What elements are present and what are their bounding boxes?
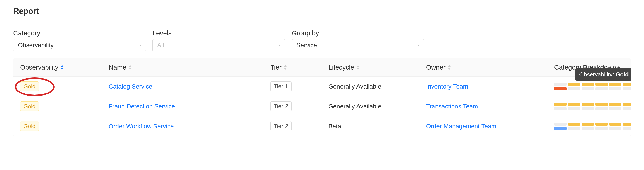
column-header-owner-text: Owner <box>426 64 446 71</box>
cell-tier: Tier 2 <box>270 121 328 131</box>
cell-name: Order Workflow Service <box>108 123 270 130</box>
breakdown-segment <box>596 123 608 126</box>
filters-row: Category Observability Levels All Group … <box>13 29 631 51</box>
breakdown-segment <box>568 87 580 90</box>
breakdown-segment-group <box>554 83 567 90</box>
breakdown-segment <box>554 127 567 130</box>
breakdown-segment <box>554 103 567 106</box>
cell-lifecycle: Generally Available <box>328 83 426 90</box>
table-header: Observability Name Tier <box>14 58 630 77</box>
filter-group-by: Group by Service <box>292 29 424 51</box>
select-group-by-value: Service <box>296 42 317 49</box>
tooltip-value: Gold <box>616 71 629 78</box>
breakdown-segment <box>596 107 608 110</box>
chevron-down-icon <box>138 43 142 47</box>
breakdown-chart[interactable] <box>554 103 630 110</box>
sort-icon <box>356 65 360 70</box>
column-header-owner[interactable]: Owner <box>426 64 554 71</box>
cell-lifecycle: Generally Available <box>328 103 426 110</box>
breakdown-segment-group <box>623 103 631 110</box>
service-link[interactable]: Catalog Service <box>108 83 152 90</box>
breakdown-segment-group <box>623 83 631 90</box>
breakdown-segment <box>596 83 608 86</box>
select-levels[interactable]: All <box>152 39 285 51</box>
divider <box>0 22 644 23</box>
service-link[interactable]: Order Workflow Service <box>108 123 174 130</box>
breakdown-segment <box>623 87 631 90</box>
page-title: Report <box>13 7 631 16</box>
column-header-level-text: Observability <box>20 64 58 71</box>
breakdown-segment-group <box>596 83 608 90</box>
breakdown-chart[interactable] <box>554 123 630 130</box>
breakdown-segment <box>609 127 622 130</box>
sort-icon <box>448 65 451 70</box>
breakdown-segment <box>554 107 567 110</box>
level-badge: Gold <box>20 101 39 111</box>
column-header-tier-text: Tier <box>270 64 282 71</box>
cell-breakdown <box>554 103 630 110</box>
table-row: GoldOrder Workflow ServiceTier 2BetaOrde… <box>14 116 630 136</box>
sort-icon <box>60 65 64 70</box>
column-header-lifecycle[interactable]: Lifecycle <box>328 64 426 71</box>
owner-link[interactable]: Inventory Team <box>426 83 468 90</box>
breakdown-segment <box>609 103 622 106</box>
cell-owner: Transactions Team <box>426 103 554 110</box>
filter-category: Category Observability <box>13 29 146 51</box>
column-header-level[interactable]: Observability <box>20 64 108 71</box>
breakdown-segment <box>582 83 594 86</box>
select-group-by[interactable]: Service <box>292 39 424 51</box>
breakdown-segment <box>623 83 631 86</box>
breakdown-segment-group <box>554 123 567 130</box>
breakdown-segment <box>582 87 594 90</box>
breakdown-segment-group <box>609 83 622 90</box>
cell-tier: Tier 1 <box>270 81 328 91</box>
owner-link[interactable]: Order Management Team <box>426 123 496 130</box>
level-badge: Gold <box>20 121 39 131</box>
service-link[interactable]: Fraud Detection Service <box>108 103 175 110</box>
breakdown-segment <box>623 123 631 126</box>
breakdown-segment <box>596 87 608 90</box>
breakdown-segment <box>609 83 622 86</box>
breakdown-segment-group <box>582 123 594 130</box>
column-header-name-text: Name <box>108 64 126 71</box>
cell-name: Fraud Detection Service <box>108 103 270 110</box>
select-category[interactable]: Observability <box>13 39 146 51</box>
breakdown-segment <box>609 123 622 126</box>
breakdown-segment <box>623 107 631 110</box>
breakdown-segment-group <box>609 123 622 130</box>
cell-level: Gold <box>20 121 108 131</box>
column-header-lifecycle-text: Lifecycle <box>328 64 354 71</box>
breakdown-segment <box>582 127 594 130</box>
column-header-tier[interactable]: Tier <box>270 64 328 71</box>
breakdown-segment <box>609 87 622 90</box>
breakdown-segment <box>568 127 580 130</box>
breakdown-segment-group <box>623 123 631 130</box>
breakdown-segment-group <box>568 123 580 130</box>
table-body: GoldCatalog ServiceTier 1Generally Avail… <box>14 77 630 136</box>
breakdown-segment-group <box>582 103 594 110</box>
cell-breakdown <box>554 83 630 90</box>
report-table: Observability: Gold Observability Name T… <box>13 58 631 137</box>
owner-link[interactable]: Transactions Team <box>426 103 478 110</box>
level-badge: Gold <box>20 81 39 91</box>
breakdown-segment-group <box>596 103 608 110</box>
filter-levels-label: Levels <box>152 29 285 37</box>
breakdown-chart[interactable] <box>554 83 630 90</box>
cell-level: Gold <box>20 81 108 91</box>
table-row: GoldFraud Detection ServiceTier 2General… <box>14 96 630 116</box>
sort-icon <box>128 65 132 70</box>
cell-owner: Order Management Team <box>426 123 554 130</box>
filter-category-label: Category <box>13 29 146 37</box>
chevron-down-icon <box>416 43 421 47</box>
breakdown-segment-group <box>582 83 594 90</box>
tier-tag: Tier 1 <box>270 81 292 91</box>
filter-levels: Levels All <box>152 29 285 51</box>
tier-tag: Tier 2 <box>270 121 292 131</box>
table-row: GoldCatalog ServiceTier 1Generally Avail… <box>14 77 630 96</box>
breakdown-segment <box>568 103 580 106</box>
breakdown-segment-group <box>568 83 580 90</box>
column-header-name[interactable]: Name <box>108 64 270 71</box>
breakdown-segment-group <box>554 103 567 110</box>
cell-name: Catalog Service <box>108 83 270 90</box>
breakdown-segment <box>582 103 594 106</box>
